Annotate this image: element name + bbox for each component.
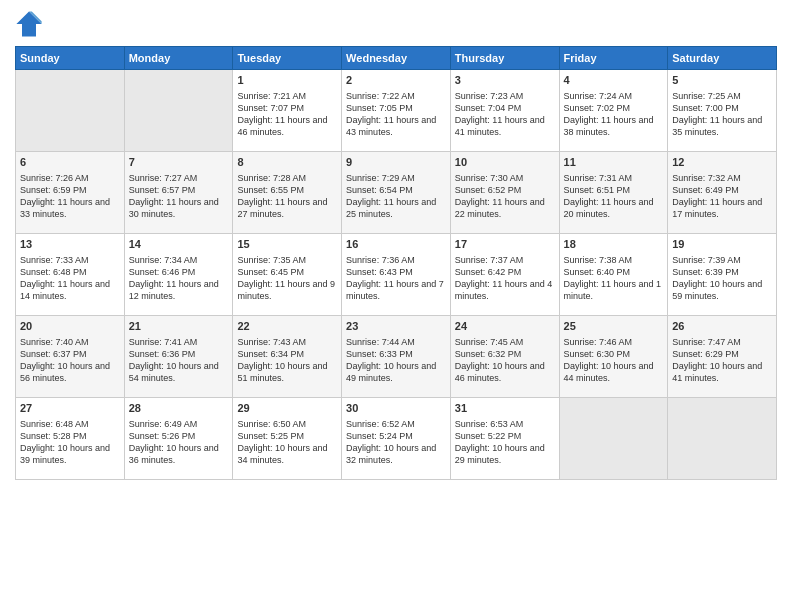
calendar-cell: 27Sunrise: 6:48 AMSunset: 5:28 PMDayligh… — [16, 398, 125, 480]
header-row: SundayMondayTuesdayWednesdayThursdayFrid… — [16, 47, 777, 70]
daylight-text: Daylight: 11 hours and 17 minutes. — [672, 196, 772, 220]
sunset-text: Sunset: 6:45 PM — [237, 266, 337, 278]
sunset-text: Sunset: 6:30 PM — [564, 348, 664, 360]
day-header-sunday: Sunday — [16, 47, 125, 70]
daylight-text: Daylight: 11 hours and 22 minutes. — [455, 196, 555, 220]
sunset-text: Sunset: 6:55 PM — [237, 184, 337, 196]
sunset-text: Sunset: 6:43 PM — [346, 266, 446, 278]
day-number: 4 — [564, 73, 664, 88]
sunrise-text: Sunrise: 6:48 AM — [20, 418, 120, 430]
calendar-cell: 20Sunrise: 7:40 AMSunset: 6:37 PMDayligh… — [16, 316, 125, 398]
sunset-text: Sunset: 7:02 PM — [564, 102, 664, 114]
day-number: 3 — [455, 73, 555, 88]
week-row-4: 20Sunrise: 7:40 AMSunset: 6:37 PMDayligh… — [16, 316, 777, 398]
sunrise-text: Sunrise: 7:38 AM — [564, 254, 664, 266]
sunset-text: Sunset: 6:40 PM — [564, 266, 664, 278]
sunset-text: Sunset: 6:32 PM — [455, 348, 555, 360]
sunset-text: Sunset: 5:28 PM — [20, 430, 120, 442]
day-number: 10 — [455, 155, 555, 170]
sunset-text: Sunset: 6:49 PM — [672, 184, 772, 196]
sunset-text: Sunset: 6:46 PM — [129, 266, 229, 278]
sunrise-text: Sunrise: 7:22 AM — [346, 90, 446, 102]
daylight-text: Daylight: 10 hours and 36 minutes. — [129, 442, 229, 466]
calendar-cell: 17Sunrise: 7:37 AMSunset: 6:42 PMDayligh… — [450, 234, 559, 316]
calendar-cell: 19Sunrise: 7:39 AMSunset: 6:39 PMDayligh… — [668, 234, 777, 316]
week-row-5: 27Sunrise: 6:48 AMSunset: 5:28 PMDayligh… — [16, 398, 777, 480]
calendar-cell — [559, 398, 668, 480]
calendar-cell: 14Sunrise: 7:34 AMSunset: 6:46 PMDayligh… — [124, 234, 233, 316]
day-number: 6 — [20, 155, 120, 170]
calendar-cell: 7Sunrise: 7:27 AMSunset: 6:57 PMDaylight… — [124, 152, 233, 234]
calendar-cell: 15Sunrise: 7:35 AMSunset: 6:45 PMDayligh… — [233, 234, 342, 316]
day-number: 23 — [346, 319, 446, 334]
calendar-cell: 3Sunrise: 7:23 AMSunset: 7:04 PMDaylight… — [450, 70, 559, 152]
day-header-thursday: Thursday — [450, 47, 559, 70]
sunrise-text: Sunrise: 6:53 AM — [455, 418, 555, 430]
day-number: 7 — [129, 155, 229, 170]
calendar-cell: 29Sunrise: 6:50 AMSunset: 5:25 PMDayligh… — [233, 398, 342, 480]
daylight-text: Daylight: 11 hours and 35 minutes. — [672, 114, 772, 138]
day-number: 31 — [455, 401, 555, 416]
day-header-friday: Friday — [559, 47, 668, 70]
header — [15, 10, 777, 38]
calendar-cell: 4Sunrise: 7:24 AMSunset: 7:02 PMDaylight… — [559, 70, 668, 152]
daylight-text: Daylight: 10 hours and 54 minutes. — [129, 360, 229, 384]
day-number: 17 — [455, 237, 555, 252]
daylight-text: Daylight: 11 hours and 41 minutes. — [455, 114, 555, 138]
sunrise-text: Sunrise: 7:47 AM — [672, 336, 772, 348]
daylight-text: Daylight: 10 hours and 46 minutes. — [455, 360, 555, 384]
main-container: SundayMondayTuesdayWednesdayThursdayFrid… — [0, 0, 792, 490]
calendar-cell: 2Sunrise: 7:22 AMSunset: 7:05 PMDaylight… — [342, 70, 451, 152]
day-number: 9 — [346, 155, 446, 170]
sunrise-text: Sunrise: 7:27 AM — [129, 172, 229, 184]
sunrise-text: Sunrise: 7:23 AM — [455, 90, 555, 102]
sunrise-text: Sunrise: 7:32 AM — [672, 172, 772, 184]
calendar-table: SundayMondayTuesdayWednesdayThursdayFrid… — [15, 46, 777, 480]
daylight-text: Daylight: 11 hours and 12 minutes. — [129, 278, 229, 302]
sunrise-text: Sunrise: 7:26 AM — [20, 172, 120, 184]
sunset-text: Sunset: 6:54 PM — [346, 184, 446, 196]
sunset-text: Sunset: 5:25 PM — [237, 430, 337, 442]
sunrise-text: Sunrise: 7:25 AM — [672, 90, 772, 102]
sunrise-text: Sunrise: 7:37 AM — [455, 254, 555, 266]
day-number: 15 — [237, 237, 337, 252]
sunset-text: Sunset: 6:39 PM — [672, 266, 772, 278]
sunrise-text: Sunrise: 7:46 AM — [564, 336, 664, 348]
sunrise-text: Sunrise: 6:52 AM — [346, 418, 446, 430]
sunrise-text: Sunrise: 7:34 AM — [129, 254, 229, 266]
calendar-cell: 1Sunrise: 7:21 AMSunset: 7:07 PMDaylight… — [233, 70, 342, 152]
sunrise-text: Sunrise: 7:24 AM — [564, 90, 664, 102]
day-number: 29 — [237, 401, 337, 416]
sunset-text: Sunset: 7:00 PM — [672, 102, 772, 114]
day-number: 30 — [346, 401, 446, 416]
day-number: 8 — [237, 155, 337, 170]
sunrise-text: Sunrise: 7:31 AM — [564, 172, 664, 184]
sunset-text: Sunset: 6:48 PM — [20, 266, 120, 278]
sunset-text: Sunset: 6:36 PM — [129, 348, 229, 360]
sunset-text: Sunset: 7:04 PM — [455, 102, 555, 114]
day-number: 27 — [20, 401, 120, 416]
daylight-text: Daylight: 10 hours and 41 minutes. — [672, 360, 772, 384]
sunrise-text: Sunrise: 7:36 AM — [346, 254, 446, 266]
calendar-cell: 12Sunrise: 7:32 AMSunset: 6:49 PMDayligh… — [668, 152, 777, 234]
week-row-3: 13Sunrise: 7:33 AMSunset: 6:48 PMDayligh… — [16, 234, 777, 316]
day-number: 14 — [129, 237, 229, 252]
sunrise-text: Sunrise: 7:21 AM — [237, 90, 337, 102]
daylight-text: Daylight: 11 hours and 1 minute. — [564, 278, 664, 302]
sunrise-text: Sunrise: 7:35 AM — [237, 254, 337, 266]
sunset-text: Sunset: 6:57 PM — [129, 184, 229, 196]
daylight-text: Daylight: 10 hours and 51 minutes. — [237, 360, 337, 384]
week-row-2: 6Sunrise: 7:26 AMSunset: 6:59 PMDaylight… — [16, 152, 777, 234]
week-row-1: 1Sunrise: 7:21 AMSunset: 7:07 PMDaylight… — [16, 70, 777, 152]
calendar-cell: 25Sunrise: 7:46 AMSunset: 6:30 PMDayligh… — [559, 316, 668, 398]
calendar-cell — [124, 70, 233, 152]
sunset-text: Sunset: 6:33 PM — [346, 348, 446, 360]
day-number: 21 — [129, 319, 229, 334]
calendar-cell: 26Sunrise: 7:47 AMSunset: 6:29 PMDayligh… — [668, 316, 777, 398]
daylight-text: Daylight: 11 hours and 7 minutes. — [346, 278, 446, 302]
daylight-text: Daylight: 11 hours and 25 minutes. — [346, 196, 446, 220]
daylight-text: Daylight: 10 hours and 49 minutes. — [346, 360, 446, 384]
daylight-text: Daylight: 10 hours and 59 minutes. — [672, 278, 772, 302]
sunset-text: Sunset: 7:05 PM — [346, 102, 446, 114]
calendar-cell: 5Sunrise: 7:25 AMSunset: 7:00 PMDaylight… — [668, 70, 777, 152]
